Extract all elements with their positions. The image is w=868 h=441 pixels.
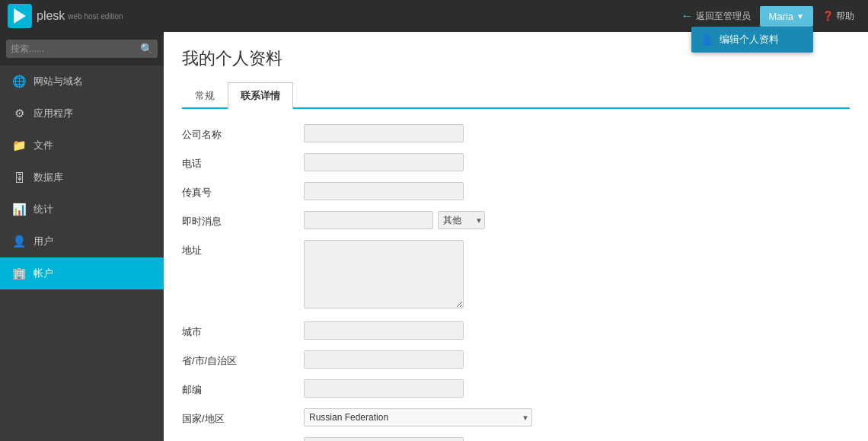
- im-select-wrap: 其他 AIM ICQ MSN Yahoo Skype ▼: [438, 211, 485, 229]
- sidebar-item-account[interactable]: 🏢 帐户: [0, 257, 164, 289]
- globe-icon: 🌐: [12, 75, 26, 88]
- fax-row: 传真号: [182, 182, 850, 200]
- help-label: 帮助: [836, 10, 854, 23]
- plesk-logo-icon: [8, 4, 32, 28]
- tabs: 常规 联系详情: [182, 82, 850, 109]
- country-select[interactable]: Russian Federation China United States G…: [304, 408, 532, 427]
- city-input[interactable]: [304, 321, 464, 340]
- search-icon[interactable]: 🔍: [140, 43, 153, 55]
- phone-label: 电话: [182, 153, 304, 171]
- sidebar-item-files-label: 文件: [34, 139, 53, 152]
- sidebar-item-stats-label: 统计: [34, 203, 53, 216]
- person-icon: 👤: [700, 34, 713, 46]
- layout: 🔍 🌐 网站与域名 ⚙ 应用程序 📁 文件 🗄 数据库 📊 统计 👤 用户: [0, 32, 868, 441]
- tab-contact[interactable]: 联系详情: [228, 82, 293, 109]
- back-to-admin-link[interactable]: ← 返回至管理员: [675, 6, 757, 26]
- gear-icon: ⚙: [12, 107, 26, 120]
- phone-row: 电话: [182, 153, 850, 171]
- other-field: [304, 437, 850, 441]
- database-icon: 🗄: [12, 171, 26, 184]
- address-label: 地址: [182, 240, 304, 257]
- zip-input[interactable]: [304, 379, 464, 398]
- sidebar-item-account-label: 帐户: [34, 267, 53, 280]
- sidebar-item-websites[interactable]: 🌐 网站与域名: [0, 66, 164, 97]
- topbar-left: plesk web host edition: [8, 4, 123, 28]
- sidebar-item-apps-label: 应用程序: [34, 107, 73, 120]
- im-row: 即时消息 其他 AIM ICQ MSN Yahoo Skype: [182, 211, 850, 229]
- company-label: 公司名称: [182, 124, 304, 142]
- im-field: 其他 AIM ICQ MSN Yahoo Skype ▼: [304, 211, 850, 229]
- user-dropdown-button[interactable]: Maria ▼: [760, 6, 813, 27]
- zip-row: 邮编: [182, 379, 850, 398]
- phone-input[interactable]: [304, 153, 464, 171]
- country-field: Russian Federation China United States G…: [304, 408, 850, 427]
- help-icon: ❓: [822, 11, 834, 21]
- help-button[interactable]: ❓ 帮助: [816, 7, 860, 26]
- user-name: Maria: [769, 11, 794, 22]
- im-input[interactable]: [304, 211, 433, 229]
- fax-input[interactable]: [304, 182, 464, 200]
- sidebar-item-users[interactable]: 👤 用户: [0, 225, 164, 257]
- company-input[interactable]: [304, 124, 464, 142]
- edit-profile-label: 编辑个人资料: [720, 33, 779, 46]
- topbar: plesk web host edition ← 返回至管理员 Maria ▼ …: [0, 0, 868, 32]
- fax-label: 传真号: [182, 182, 304, 200]
- other-info-textarea[interactable]: [304, 437, 464, 441]
- chart-icon: 📊: [12, 203, 26, 216]
- phone-field: [304, 153, 850, 171]
- user-dropdown[interactable]: Maria ▼ 👤 编辑个人资料: [760, 6, 813, 27]
- city-row: 城市: [182, 321, 850, 340]
- sidebar-item-users-label: 用户: [34, 235, 53, 248]
- sidebar-item-stats[interactable]: 📊 统计: [0, 193, 164, 225]
- zip-field: [304, 379, 850, 398]
- tab-general[interactable]: 常规: [182, 82, 228, 109]
- folder-icon: 📁: [12, 139, 26, 152]
- company-row: 公司名称: [182, 124, 850, 142]
- city-field: [304, 321, 850, 340]
- company-field: [304, 124, 850, 142]
- zip-label: 邮编: [182, 379, 304, 397]
- topbar-right: ← 返回至管理员 Maria ▼ 👤 编辑个人资料 ❓ 帮助: [675, 6, 860, 27]
- im-input-row: 其他 AIM ICQ MSN Yahoo Skype ▼: [304, 211, 850, 229]
- search-input[interactable]: [11, 43, 140, 54]
- country-row: 国家/地区 Russian Federation China United St…: [182, 408, 850, 427]
- edit-profile-item[interactable]: 👤 编辑个人资料: [691, 27, 813, 53]
- sidebar-item-databases-label: 数据库: [34, 171, 63, 184]
- state-input[interactable]: [304, 350, 464, 369]
- dropdown-arrow-icon: ▼: [796, 12, 804, 21]
- user-dropdown-menu: 👤 编辑个人资料: [691, 27, 813, 53]
- user-icon: 👤: [12, 235, 26, 248]
- fax-field: [304, 182, 850, 200]
- sidebar-item-apps[interactable]: ⚙ 应用程序: [0, 97, 164, 129]
- contact-form: 公司名称 电话 传真号 即时消息: [182, 124, 850, 441]
- state-label: 省/市/自治区: [182, 350, 304, 368]
- city-label: 城市: [182, 321, 304, 339]
- country-label: 国家/地区: [182, 408, 304, 426]
- back-arrow-icon: ←: [681, 9, 694, 23]
- main-content: 我的个人资料 常规 联系详情 公司名称 电话 传真号: [164, 32, 868, 441]
- sidebar: 🔍 🌐 网站与域名 ⚙ 应用程序 📁 文件 🗄 数据库 📊 统计 👤 用户: [0, 32, 164, 441]
- other-row: 其他信息: [182, 437, 850, 441]
- state-row: 省/市/自治区: [182, 350, 850, 369]
- plesk-logo-text: plesk: [37, 9, 65, 23]
- address-textarea[interactable]: [304, 240, 464, 308]
- address-row: 地址: [182, 240, 850, 311]
- country-select-wrap: Russian Federation China United States G…: [304, 408, 532, 427]
- address-field: [304, 240, 850, 311]
- sidebar-item-websites-label: 网站与域名: [34, 75, 83, 88]
- plesk-logo: plesk web host edition: [8, 4, 123, 28]
- im-type-select[interactable]: 其他 AIM ICQ MSN Yahoo Skype: [438, 211, 485, 229]
- state-field: [304, 350, 850, 369]
- other-label: 其他信息: [182, 437, 304, 441]
- account-icon: 🏢: [12, 267, 26, 280]
- plesk-logo-sub: web host edition: [68, 12, 123, 21]
- sidebar-item-files[interactable]: 📁 文件: [0, 129, 164, 161]
- back-label: 返回至管理员: [696, 10, 751, 23]
- sidebar-item-databases[interactable]: 🗄 数据库: [0, 161, 164, 193]
- search-input-wrap: 🔍: [6, 40, 158, 58]
- im-label: 即时消息: [182, 211, 304, 228]
- search-box: 🔍: [0, 32, 164, 66]
